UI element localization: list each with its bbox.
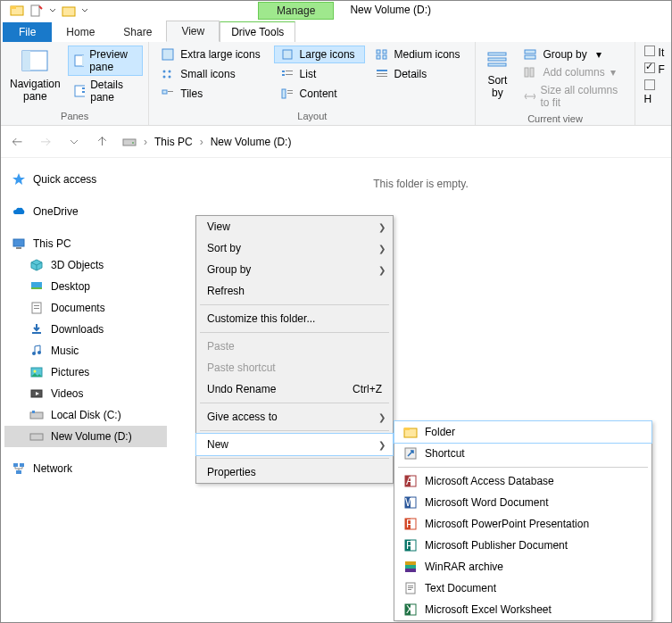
- svg-rect-14: [383, 50, 386, 54]
- svg-rect-12: [283, 50, 292, 59]
- breadcrumb[interactable]: › This PC › New Volume (D:): [122, 135, 291, 149]
- svg-text:P: P: [406, 518, 413, 530]
- ctx-new[interactable]: New❯: [195, 433, 394, 456]
- chevron-right-icon[interactable]: ›: [200, 136, 203, 148]
- new-folder[interactable]: Folder: [394, 420, 652, 444]
- separator: [398, 467, 648, 468]
- svg-rect-39: [530, 68, 534, 77]
- svg-rect-34: [488, 58, 506, 61]
- svg-rect-42: [13, 239, 24, 246]
- ctx-undo[interactable]: Undo RenameCtrl+Z: [196, 378, 393, 400]
- props-qat-icon[interactable]: [29, 4, 44, 18]
- large-icons-button[interactable]: Large icons: [274, 46, 365, 63]
- ctx-view[interactable]: View❯: [196, 216, 393, 237]
- item-checkboxes-check[interactable]: It: [644, 46, 666, 59]
- svg-rect-35: [488, 63, 506, 66]
- qat-chevron2-icon[interactable]: [81, 7, 88, 14]
- svg-rect-7: [82, 55, 85, 66]
- home-tab[interactable]: Home: [52, 22, 109, 42]
- pictures-item[interactable]: Pictures: [4, 361, 167, 383]
- qat-chevron-icon[interactable]: [49, 7, 56, 14]
- sort-by-button[interactable]: Sort by: [481, 46, 513, 112]
- new-rar[interactable]: WinRAR archive: [394, 556, 651, 577]
- svg-rect-2: [31, 5, 39, 16]
- titlebar: Manage New Volume (D:): [1, 1, 671, 21]
- ctx-customize[interactable]: Customize this folder...: [196, 308, 393, 329]
- quick-access-toolbar: [1, 4, 88, 18]
- ribbon-tabstrip: File Home Share View Drive Tools: [1, 21, 671, 42]
- svg-rect-9: [82, 87, 86, 89]
- onedrive-item[interactable]: OneDrive: [4, 201, 167, 222]
- quick-access-item[interactable]: Quick access: [4, 169, 167, 190]
- svg-rect-59: [20, 463, 24, 467]
- details-button[interactable]: Details: [369, 65, 470, 83]
- documents-item[interactable]: Documents: [4, 297, 167, 319]
- svg-rect-27: [377, 76, 387, 77]
- ctx-groupby[interactable]: Group by❯: [196, 259, 393, 280]
- 3d-objects-item[interactable]: 3D Objects: [4, 254, 167, 276]
- ctx-sortby[interactable]: Sort by❯: [196, 237, 393, 259]
- thispc-item[interactable]: This PC: [4, 233, 167, 254]
- up-button[interactable]: 🡡: [94, 133, 112, 151]
- network-item[interactable]: Network: [4, 458, 167, 479]
- new-submenu: Folder Shortcut AMicrosoft Access Databa…: [394, 420, 652, 621]
- new-publisher[interactable]: PMicrosoft Publisher Document: [394, 535, 651, 556]
- svg-rect-31: [287, 90, 293, 91]
- submenu-arrow-icon: ❯: [378, 412, 386, 422]
- ctx-give-access[interactable]: Give access to❯: [196, 406, 393, 428]
- size-columns-button[interactable]: Size all columns to fit: [517, 81, 628, 112]
- svg-text:P: P: [406, 539, 413, 552]
- medium-icons-button[interactable]: Medium icons: [369, 46, 470, 63]
- svg-rect-48: [34, 308, 39, 309]
- drive-icon: [29, 408, 44, 422]
- new-ppt[interactable]: PMicrosoft PowerPoint Presentation: [394, 513, 651, 535]
- folder-icon: [403, 425, 418, 439]
- recent-dropdown[interactable]: [65, 133, 83, 151]
- new-shortcut[interactable]: Shortcut: [394, 443, 651, 464]
- svg-text:W: W: [405, 496, 416, 509]
- music-item[interactable]: Music: [4, 340, 167, 361]
- breadcrumb-thispc[interactable]: This PC: [154, 136, 193, 148]
- new-text[interactable]: Text Document: [394, 577, 651, 599]
- svg-rect-36: [525, 50, 535, 54]
- desktop-item[interactable]: Desktop: [4, 276, 167, 297]
- ctx-refresh[interactable]: Refresh: [196, 280, 393, 302]
- breadcrumb-volume[interactable]: New Volume (D:): [211, 136, 292, 148]
- downloads-item[interactable]: Downloads: [4, 319, 167, 340]
- filename-ext-check[interactable]: F: [644, 62, 666, 76]
- group-by-button[interactable]: Group by ▾: [517, 46, 628, 63]
- new-access[interactable]: AMicrosoft Access Database: [394, 470, 651, 492]
- svg-rect-33: [488, 53, 506, 55]
- preview-pane-button[interactable]: Preview pane: [68, 46, 144, 76]
- videos-item[interactable]: Videos: [4, 383, 167, 404]
- manage-tab-header[interactable]: Manage: [258, 2, 334, 20]
- document-icon: [29, 301, 44, 315]
- details-pane-button[interactable]: Details pane: [68, 76, 144, 106]
- ctx-properties[interactable]: Properties: [196, 461, 393, 483]
- chevron-right-icon[interactable]: ›: [144, 136, 147, 148]
- drive-tools-tab[interactable]: Drive Tools: [220, 21, 295, 42]
- title-context-tabs: Manage New Volume (D:): [258, 2, 440, 20]
- folder-qat-icon[interactable]: [62, 4, 76, 18]
- star-icon: [12, 172, 26, 187]
- small-icons-button[interactable]: Small icons: [154, 65, 270, 83]
- extra-large-icons-button[interactable]: Extra large icons: [154, 46, 270, 63]
- drive-icon: [122, 135, 137, 149]
- list-button[interactable]: List: [274, 65, 365, 83]
- back-button[interactable]: 🡠: [8, 133, 26, 151]
- navigation-pane-button[interactable]: Navigation pane: [6, 46, 64, 106]
- new-excel[interactable]: XMicrosoft Excel Worksheet: [394, 599, 651, 620]
- svg-rect-26: [377, 73, 387, 74]
- ctx-paste-shortcut: Paste shortcut: [196, 357, 393, 378]
- hidden-items-check[interactable]: H: [644, 79, 666, 105]
- new-volume-d-item[interactable]: New Volume (D:): [4, 426, 167, 447]
- content-button[interactable]: Content: [274, 85, 365, 103]
- share-tab[interactable]: Share: [109, 22, 166, 42]
- local-disk-c-item[interactable]: Local Disk (C:): [4, 404, 167, 426]
- file-tab[interactable]: File: [3, 22, 52, 42]
- view-tab[interactable]: View: [166, 21, 220, 42]
- new-word[interactable]: WMicrosoft Word Document: [394, 492, 651, 513]
- add-columns-button[interactable]: Add columns ▾: [517, 63, 628, 81]
- svg-rect-60: [16, 470, 21, 474]
- tiles-button[interactable]: Tiles: [154, 85, 270, 103]
